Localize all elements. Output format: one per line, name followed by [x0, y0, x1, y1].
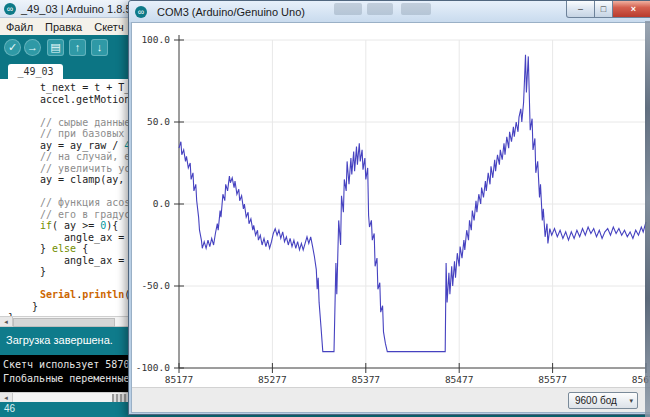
code-line: ay = clamp(ay, — [40, 174, 124, 185]
chevron-down-icon: ▾ — [629, 393, 633, 409]
baud-rate-select[interactable]: 9600 бод ▾ — [568, 392, 638, 409]
ide-window-title: _49_03 | Arduino 1.8.5 — [21, 3, 132, 15]
code-line: // сырые данные — [40, 117, 130, 128]
window-controls: –□× — [566, 1, 650, 18]
serial-plotter-window: ∞ COM3 (Arduino/Genuino Uno) –□× 100.050… — [128, 0, 650, 415]
scroll-left-icon[interactable]: ◂ — [0, 393, 13, 402]
serial-plot: 100.050.00.0-50.0-100.085177852778537785… — [132, 23, 650, 387]
y-tick-label: 100.0 — [141, 34, 170, 45]
arduino-icon: ∞ — [4, 3, 16, 15]
minimize-button[interactable]: – — [566, 1, 595, 18]
code-line: accel.getMotion — [40, 94, 130, 105]
status-message: Загрузка завершена. — [6, 334, 113, 346]
menu-item-скетч[interactable]: Скетч — [88, 21, 129, 33]
y-tick-label: -50.0 — [141, 280, 170, 291]
x-tick-label: 85177 — [165, 374, 194, 385]
y-tick-label: 50.0 — [147, 116, 170, 127]
code-line: angle_ax = 9 — [64, 232, 136, 243]
menu-item-правка[interactable]: Правка — [39, 21, 88, 33]
verify-button[interactable]: ✓ — [4, 39, 21, 56]
y-tick-label: 0.0 — [153, 198, 170, 209]
editor-hscrollbar-thumb[interactable] — [13, 318, 115, 327]
x-tick-label: 85477 — [445, 374, 474, 385]
close-button[interactable]: × — [613, 1, 650, 18]
aero-ghost — [401, 3, 431, 15]
code-line: // его в градус — [40, 209, 130, 220]
console-line: Скетч использует 5870 ба — [3, 359, 148, 370]
code-line: t_next = t + T_ — [40, 82, 130, 93]
x-tick-label: 85377 — [351, 374, 380, 385]
code-line: } — [40, 266, 46, 277]
code-line: } else { — [40, 243, 88, 254]
console-line: Глобальные переменные ис — [3, 373, 148, 384]
code-line: ay = ay_raw / 40 — [40, 140, 136, 151]
current-line-number: 46 — [4, 403, 15, 414]
baud-rate-value: 9600 бод — [575, 395, 617, 406]
code-line: // увеличить уск — [40, 163, 136, 174]
plotter-client-area: 100.050.00.0-50.0-100.085177852778537785… — [131, 22, 650, 413]
screen: ∞ _49_03 | Arduino 1.8.5 ФайлПравкаСкетч… — [0, 0, 650, 417]
code-line: if( ay >= 0){ — [40, 220, 118, 231]
x-tick-label: 85277 — [258, 374, 287, 385]
console-resize-grip[interactable] — [112, 394, 127, 402]
code-line: // на случай, е — [40, 151, 130, 162]
scroll-left-icon[interactable]: ◂ — [0, 317, 13, 326]
plotter-window-title: COM3 (Arduino/Genuino Uno) — [157, 6, 305, 18]
upload-button[interactable]: → — [24, 39, 41, 56]
screen-edge-strip — [645, 21, 650, 417]
code-line: // при базовых — [40, 128, 130, 139]
plotter-footer: 9600 бод ▾ — [132, 387, 650, 412]
maximize-button[interactable]: □ — [595, 1, 613, 18]
code-line: // функция acos — [40, 197, 130, 208]
menu-item-файл[interactable]: Файл — [0, 21, 39, 33]
new-sketch-button[interactable]: ▤ — [47, 39, 64, 56]
arduino-icon: ∞ — [135, 6, 147, 18]
save-sketch-button[interactable]: ↓ — [91, 39, 108, 56]
waveform-line — [179, 55, 646, 352]
code-line: } — [32, 301, 38, 312]
x-tick-label: 85577 — [538, 374, 567, 385]
aero-ghost — [367, 3, 393, 15]
code-line: angle_ax = 1 — [64, 255, 136, 266]
y-tick-label: -100.0 — [136, 362, 171, 373]
aero-ghost — [334, 3, 362, 15]
code-line: Serial.println( — [40, 289, 130, 300]
sketch-tab[interactable]: _49_03 — [8, 64, 63, 79]
open-sketch-button[interactable]: ↑ — [69, 39, 86, 56]
